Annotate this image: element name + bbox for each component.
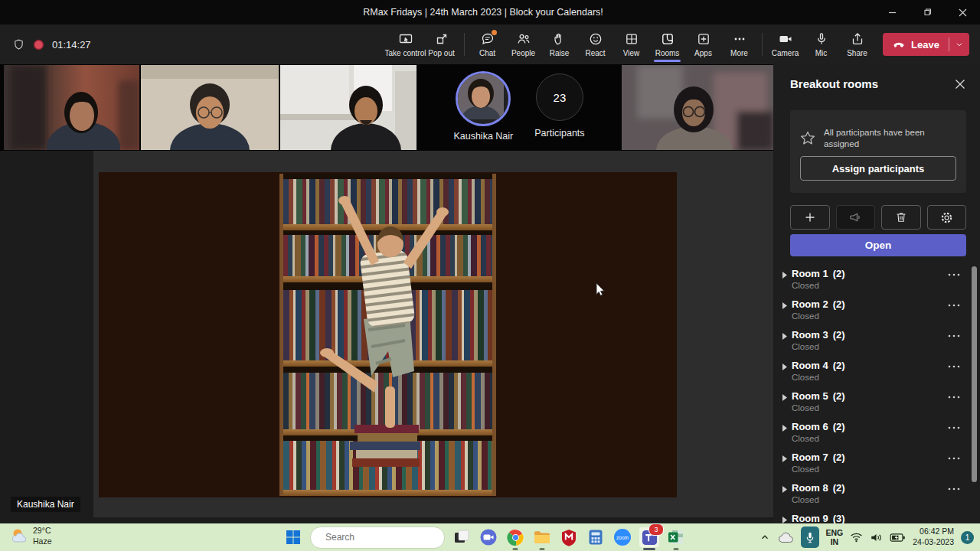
room-status: Closed xyxy=(792,434,819,443)
active-speaker-avatar[interactable] xyxy=(456,71,511,126)
pop-out-icon xyxy=(434,31,449,47)
room-row-4[interactable]: Room 4(2) Closed xyxy=(773,358,980,389)
restore-icon xyxy=(923,8,932,17)
star-icon xyxy=(799,130,816,147)
room-more-icon[interactable] xyxy=(948,487,960,491)
pop-out-button[interactable]: Pop out xyxy=(423,24,459,64)
zoom-app-button[interactable]: zoom xyxy=(612,527,632,547)
restore-button[interactable] xyxy=(910,0,945,24)
room-row-9[interactable]: Room 9(3) xyxy=(773,511,980,523)
weather-condition: Haze xyxy=(33,536,52,547)
room-row-7[interactable]: Room 7(2) Closed xyxy=(773,450,980,481)
mic-icon xyxy=(805,532,815,543)
raise-hand-button[interactable]: Raise xyxy=(541,24,577,64)
taskbar-search-box[interactable] xyxy=(310,527,445,549)
room-row-6[interactable]: Room 6(2) Closed xyxy=(773,419,980,450)
task-view-button[interactable] xyxy=(452,527,472,547)
room-row-5[interactable]: Room 5(2) Closed xyxy=(773,389,980,419)
chevron-right-icon xyxy=(782,455,787,462)
participants-count-label: Participants xyxy=(534,128,584,139)
room-status: Closed xyxy=(792,281,819,290)
add-room-button[interactable] xyxy=(790,205,830,230)
camera-button[interactable]: Camera xyxy=(767,24,803,64)
room-status: Closed xyxy=(792,373,819,382)
room-more-icon[interactable] xyxy=(948,456,960,461)
take-control-button[interactable]: Take control xyxy=(387,24,423,64)
delete-rooms-button[interactable] xyxy=(881,205,921,230)
room-row-2[interactable]: Room 2(2) Closed xyxy=(773,297,980,328)
participant-video-2[interactable] xyxy=(141,65,279,150)
leave-options-dropdown[interactable] xyxy=(949,33,969,56)
participant-video-4[interactable] xyxy=(622,65,773,150)
chat-button[interactable]: Chat xyxy=(469,24,505,64)
chat-app-button[interactable] xyxy=(479,527,498,547)
shared-screen-stage: Kaushika Nair xyxy=(0,151,773,517)
gear-icon xyxy=(940,211,953,224)
tray-expand-chevron-icon[interactable] xyxy=(760,532,770,543)
react-button[interactable]: React xyxy=(577,24,613,64)
recording-indicator-icon xyxy=(33,39,44,51)
room-more-icon[interactable] xyxy=(948,425,960,430)
announcement-button[interactable] xyxy=(836,205,876,230)
volume-icon[interactable] xyxy=(870,532,883,543)
room-more-icon[interactable] xyxy=(948,272,960,277)
search-input[interactable] xyxy=(324,531,446,543)
room-settings-button[interactable] xyxy=(927,205,967,230)
file-explorer-button[interactable] xyxy=(532,527,552,547)
panel-scrollbar[interactable] xyxy=(972,266,977,482)
more-ellipsis-icon xyxy=(732,31,747,47)
open-rooms-button[interactable]: Open xyxy=(790,234,966,256)
mic-button[interactable]: Mic xyxy=(803,24,839,64)
open-app-indicator xyxy=(643,548,655,550)
excel-button[interactable] xyxy=(666,527,686,547)
zoom-icon: zoom xyxy=(613,528,632,546)
room-more-icon[interactable] xyxy=(948,303,960,308)
rooms-button[interactable]: Rooms xyxy=(649,24,685,64)
wifi-icon[interactable] xyxy=(850,532,863,543)
room-more-icon[interactable] xyxy=(948,395,960,399)
close-panel-button[interactable] xyxy=(951,75,969,93)
battery-charging-icon[interactable] xyxy=(890,533,906,543)
room-more-icon[interactable] xyxy=(948,364,960,369)
apps-button[interactable]: Apps xyxy=(685,24,721,64)
mcafee-shield-icon xyxy=(560,529,577,546)
shared-slide xyxy=(99,172,677,497)
people-button[interactable]: People xyxy=(505,24,541,64)
room-row-3[interactable]: Room 3(2) Closed xyxy=(773,328,980,358)
mouse-cursor-icon xyxy=(596,282,606,296)
share-button[interactable]: Share xyxy=(839,24,875,64)
minimize-button[interactable] xyxy=(874,0,910,24)
room-row-1[interactable]: Room 1(2) Closed xyxy=(773,266,980,297)
weather-widget[interactable]: 29°C Haze xyxy=(9,526,52,546)
teams-app-button[interactable]: 3 xyxy=(639,527,659,547)
taskbar-clock[interactable]: 06:42 PM 24-03-2023 xyxy=(913,527,954,547)
excel-icon xyxy=(668,529,684,546)
chevron-right-icon xyxy=(782,425,787,432)
room-more-icon[interactable] xyxy=(948,334,960,338)
language-indicator[interactable]: ENG IN xyxy=(826,528,844,546)
notification-center-badge[interactable]: 1 xyxy=(961,531,974,544)
chrome-button[interactable] xyxy=(505,527,525,547)
chevron-right-icon xyxy=(782,517,787,523)
participant-video-1[interactable] xyxy=(4,65,139,150)
meeting-timer: 01:14:27 xyxy=(52,39,91,51)
share-icon xyxy=(850,31,865,47)
windows-start-button[interactable] xyxy=(283,527,303,547)
participants-count-bubble[interactable]: 23 xyxy=(536,73,583,121)
view-grid-icon xyxy=(624,31,639,47)
room-row-8[interactable]: Room 8(2) Closed xyxy=(773,481,980,511)
weather-temperature: 29°C xyxy=(33,526,52,536)
leave-button[interactable]: Leave xyxy=(883,33,969,56)
assign-participants-button[interactable]: Assign participants xyxy=(800,156,956,181)
window-title-bar: RMax Fridays | 24th March 2023 | Block y… xyxy=(0,0,980,24)
more-button[interactable]: More xyxy=(721,24,757,64)
participant-video-3[interactable] xyxy=(280,65,416,150)
view-button[interactable]: View xyxy=(613,24,649,64)
active-microphone-tray-button[interactable] xyxy=(801,527,819,548)
close-window-button[interactable] xyxy=(945,0,980,24)
onedrive-cloud-icon[interactable] xyxy=(777,531,794,543)
rooms-active-indicator xyxy=(654,60,681,62)
room-status: Closed xyxy=(792,311,819,321)
mcafee-button[interactable] xyxy=(559,527,579,547)
calculator-button[interactable] xyxy=(586,527,606,547)
